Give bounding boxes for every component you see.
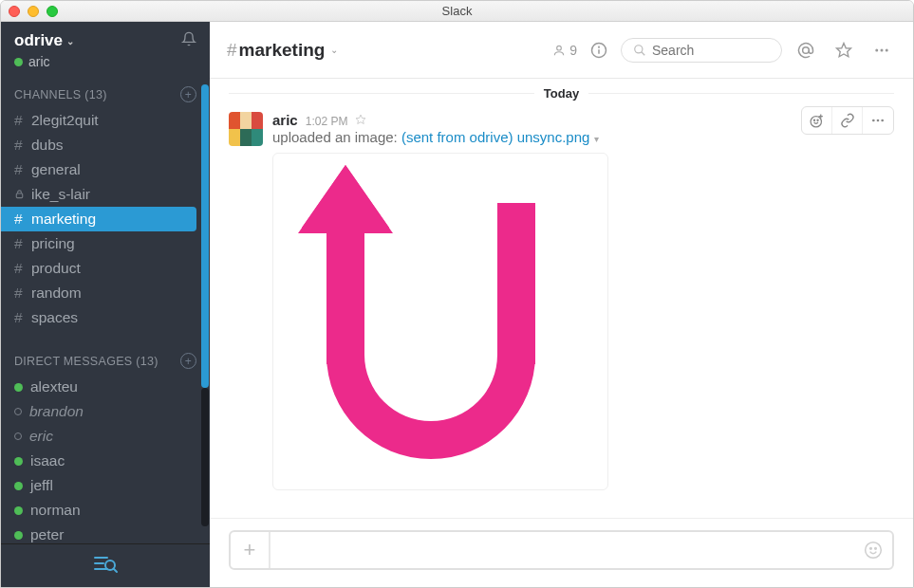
channels-section-header[interactable]: CHANNELS (13) + xyxy=(1,81,210,108)
mentions-icon[interactable] xyxy=(792,36,820,64)
share-button[interactable] xyxy=(832,107,863,134)
svg-line-5 xyxy=(114,569,118,573)
channel-list: #2legit2quit#dubs#generalike_s-lair#mark… xyxy=(1,108,210,330)
upload-prefix: uploaded an image: xyxy=(272,129,401,145)
message-time: 1:02 PM xyxy=(306,115,348,128)
search-box[interactable] xyxy=(621,38,782,63)
team-name[interactable]: odrive ⌄ xyxy=(14,31,74,50)
sidebar-dm-norman[interactable]: norman xyxy=(1,498,210,523)
svg-point-24 xyxy=(881,119,884,122)
sidebar-dm-eric[interactable]: eric xyxy=(1,424,210,449)
sidebar-dm-brandon[interactable]: brandon xyxy=(1,399,210,424)
avatar[interactable] xyxy=(229,112,263,146)
add-channel-button[interactable]: + xyxy=(180,86,196,102)
channels-count: (13) xyxy=(84,88,106,101)
hash-icon: # xyxy=(14,159,28,180)
message-input[interactable] xyxy=(270,532,854,568)
svg-point-6 xyxy=(557,46,562,50)
channel-label: spaces xyxy=(31,307,78,328)
svg-rect-0 xyxy=(16,193,22,198)
dm-section-header[interactable]: DIRECT MESSAGES (13) + xyxy=(1,347,210,375)
image-attachment[interactable] xyxy=(272,153,608,490)
add-reaction-button[interactable] xyxy=(802,107,832,134)
presence-dot-icon xyxy=(14,531,23,540)
svg-rect-31 xyxy=(252,129,263,146)
message-author[interactable]: aric xyxy=(272,112,298,128)
sidebar-scrollbar-thumb[interactable] xyxy=(201,84,209,388)
dm-list: alexteubrandonericisaacjefflnormanpeter xyxy=(1,375,210,543)
channels-title-row: CHANNELS (13) xyxy=(14,88,107,101)
notifications-bell-icon[interactable] xyxy=(181,31,196,50)
lock-icon xyxy=(14,184,28,205)
add-dm-button[interactable]: + xyxy=(180,353,196,369)
sidebar-channel-marketing[interactable]: #marketing xyxy=(1,207,196,231)
file-chevron-icon[interactable]: ▾ xyxy=(594,134,599,144)
svg-point-18 xyxy=(813,119,814,120)
sidebar-dm-peter[interactable]: peter xyxy=(1,523,210,543)
window-close-button[interactable] xyxy=(9,6,20,17)
search-icon xyxy=(633,44,646,57)
attach-button[interactable]: + xyxy=(231,532,270,568)
member-count[interactable]: 9 xyxy=(552,43,577,58)
star-icon[interactable] xyxy=(830,36,858,64)
sidebar-dm-isaac[interactable]: isaac xyxy=(1,449,210,473)
info-icon[interactable] xyxy=(587,38,611,63)
self-presence[interactable]: aric xyxy=(1,54,210,81)
sidebar-dm-jeffl[interactable]: jeffl xyxy=(1,473,210,498)
file-link[interactable]: (sent from odrive) unsync.png xyxy=(401,129,589,145)
sidebar-channel-2legit2quit[interactable]: #2legit2quit xyxy=(1,108,210,133)
sidebar-dm-alexteu[interactable]: alexteu xyxy=(1,375,210,399)
dm-title-row: DIRECT MESSAGES (13) xyxy=(14,355,159,368)
team-name-label: odrive xyxy=(14,31,63,50)
svg-point-23 xyxy=(877,119,880,122)
sidebar-channel-spaces[interactable]: #spaces xyxy=(1,305,210,330)
sidebar-channel-dubs[interactable]: #dubs xyxy=(1,133,210,157)
svg-point-14 xyxy=(875,48,878,51)
emoji-picker-button[interactable] xyxy=(854,532,892,568)
window-zoom-button[interactable] xyxy=(47,6,58,17)
hash-icon: # xyxy=(14,307,28,328)
sidebar-scroll: odrive ⌄ aric CHANNELS (13) xyxy=(1,22,210,543)
dm-title: DIRECT MESSAGES xyxy=(14,355,132,368)
channel-label: product xyxy=(31,258,81,279)
svg-point-15 xyxy=(881,48,884,51)
sidebar-channel-product[interactable]: #product xyxy=(1,256,210,281)
date-divider: Today xyxy=(210,79,913,106)
content: odrive ⌄ aric CHANNELS (13) xyxy=(1,22,913,587)
chevron-down-icon: ⌄ xyxy=(330,45,338,55)
titlebar: Slack xyxy=(1,1,913,22)
sidebar-channel-ike_s-lair[interactable]: ike_s-lair xyxy=(1,182,210,207)
svg-point-9 xyxy=(599,46,600,47)
message-actions xyxy=(801,106,894,135)
channel-label: dubs xyxy=(31,135,64,156)
sidebar-channel-random[interactable]: #random xyxy=(1,281,210,305)
sidebar-channel-general[interactable]: #general xyxy=(1,157,210,182)
message-more-button[interactable] xyxy=(863,107,893,134)
hash-icon: # xyxy=(14,258,28,279)
channel-title[interactable]: #marketing ⌄ xyxy=(227,40,338,61)
channel-label: pricing xyxy=(31,233,75,254)
composer: + xyxy=(210,518,913,587)
star-message-icon[interactable] xyxy=(355,114,366,128)
channel-label: general xyxy=(31,159,81,180)
presence-dot-icon xyxy=(14,482,23,490)
more-icon[interactable] xyxy=(867,36,896,64)
compose-box: + xyxy=(229,530,894,570)
self-username: aric xyxy=(28,54,50,69)
team-header[interactable]: odrive ⌄ xyxy=(1,22,210,54)
hash-icon: # xyxy=(14,135,28,156)
sidebar-channel-pricing[interactable]: #pricing xyxy=(1,231,210,256)
dm-label: peter xyxy=(30,524,64,543)
message-row: aric 1:02 PM uploaded an image: (sent fr… xyxy=(210,106,913,496)
svg-point-17 xyxy=(811,116,821,126)
presence-dot-icon xyxy=(14,58,23,66)
hash-icon: # xyxy=(14,233,28,254)
sidebar-scrollbar-track[interactable] xyxy=(201,388,209,526)
svg-marker-13 xyxy=(837,43,851,56)
quick-switcher-icon[interactable] xyxy=(94,555,117,577)
window-title: Slack xyxy=(1,4,913,18)
traffic-lights xyxy=(1,6,58,17)
hash-icon: # xyxy=(14,283,28,303)
window-minimize-button[interactable] xyxy=(28,6,39,17)
channel-name: marketing xyxy=(239,40,326,61)
